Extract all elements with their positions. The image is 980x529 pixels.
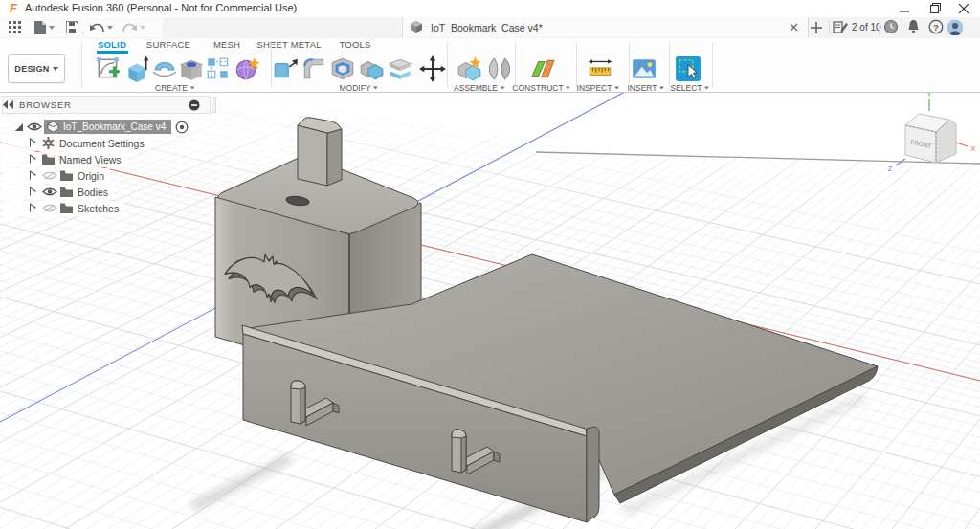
tab-surface[interactable]: SURFACE (146, 39, 190, 53)
group-label-insert[interactable]: INSERT (627, 83, 664, 93)
restore-button[interactable] (921, 0, 949, 16)
z-axis-label: Z (888, 165, 893, 173)
document-tab-title: IoT_Bookmark_Case v4* (431, 22, 543, 33)
folder-icon (42, 154, 55, 165)
divider (879, 20, 880, 34)
fusion-logo-icon: F (7, 1, 20, 15)
collapsed-arrow-icon[interactable] (31, 172, 36, 180)
visibility-eye-icon[interactable] (27, 121, 42, 132)
hole-icon[interactable] (178, 55, 205, 82)
select-icon[interactable] (675, 55, 702, 82)
browser-item-label: Origin (78, 170, 104, 182)
browser-item-sketches[interactable]: Sketches (2, 200, 222, 216)
create-sketch-icon[interactable] (95, 55, 122, 82)
insert-image-icon[interactable] (631, 55, 657, 82)
group-label-select[interactable]: SELECT (670, 83, 709, 93)
workspace-selector[interactable]: DESIGN (8, 54, 65, 83)
close-button[interactable] (949, 0, 978, 16)
tab-sheet-metal[interactable]: SHEET METAL (256, 39, 321, 53)
new-tab-icon[interactable] (810, 21, 823, 34)
gear-icon (42, 137, 55, 149)
visibility-eye-off-icon[interactable] (42, 203, 57, 213)
pattern-icon[interactable] (205, 55, 232, 82)
visibility-eye-icon[interactable] (42, 187, 57, 197)
group-label-create[interactable]: CREATE (155, 83, 195, 93)
document-cube-icon (410, 21, 423, 33)
app-grid-icon[interactable] (9, 21, 21, 33)
title-bar: F Autodesk Fusion 360 (Personal - Not fo… (0, 0, 980, 18)
avatar[interactable] (947, 19, 963, 35)
group-label-construct[interactable]: CONSTRUCT (512, 83, 570, 93)
browser-title: BROWSER (19, 99, 72, 110)
document-tab[interactable]: IoT_Bookmark_Case v4* (402, 17, 809, 37)
help-icon[interactable]: ? (928, 19, 945, 35)
minimize-button[interactable] (890, 0, 919, 16)
new-component-icon[interactable] (456, 55, 482, 82)
combine-icon[interactable] (358, 55, 385, 82)
browser-item-document-settings[interactable]: Document Settings (2, 135, 222, 151)
group-label-inspect[interactable]: INSPECT (577, 83, 620, 93)
collapsed-arrow-icon[interactable] (31, 140, 36, 147)
move-copy-icon[interactable] (419, 55, 446, 82)
svg-text:?: ? (933, 22, 939, 33)
document-limit-icon (833, 20, 848, 34)
redo-menu-caret-icon[interactable] (140, 26, 145, 30)
collapse-panel-icon[interactable] (3, 100, 13, 109)
document-limit-counter[interactable]: 2 of 10 (833, 17, 881, 37)
browser-root-row[interactable]: IoT_Bookmark_Case v4 (2, 119, 222, 135)
create-form-icon[interactable] (234, 55, 260, 82)
close-tab-icon[interactable] (788, 21, 800, 33)
press-pull-icon[interactable] (272, 55, 299, 82)
activate-radio-icon[interactable] (175, 121, 189, 134)
fillet-icon[interactable] (301, 55, 327, 82)
job-status-icon[interactable] (883, 19, 900, 35)
document-tab-bar: IoT_Bookmark_Case v4* 2 of 10 ? (0, 17, 980, 39)
construct-plane-icon[interactable] (530, 55, 557, 82)
group-label-assemble[interactable]: ASSEMBLE (454, 83, 505, 93)
divider (829, 20, 830, 34)
tab-mesh[interactable]: MESH (213, 39, 240, 53)
folder-icon (60, 203, 73, 213)
component-cube-icon (47, 121, 59, 133)
file-icon[interactable] (34, 21, 55, 34)
save-icon[interactable] (66, 21, 78, 33)
fusion360-window: FRONT TOP RIGHT Y X Z BROWSER IoT_Bookma… (0, 0, 980, 529)
browser-item-origin[interactable]: Origin (2, 167, 222, 184)
extrude-icon[interactable] (123, 55, 150, 82)
folder-icon (60, 187, 73, 197)
collapsed-arrow-icon[interactable] (31, 156, 36, 164)
browser-item-named-views[interactable]: Named Views (2, 151, 222, 167)
ribbon-toolbar: DESIGN SOLID SURFACE MESH SHEET METAL TO… (0, 38, 980, 93)
file-menu-caret-icon[interactable] (49, 26, 55, 30)
browser-item-bodies[interactable]: Bodies (2, 184, 222, 200)
folder-icon (60, 170, 73, 181)
redo-icon[interactable] (122, 22, 145, 33)
collapsed-arrow-icon[interactable] (31, 205, 36, 212)
browser-panel: BROWSER IoT_Bookmark_Case v4 Document Se… (2, 96, 222, 216)
tab-tools[interactable]: TOOLS (339, 39, 370, 53)
browser-item-label: Sketches (78, 203, 119, 214)
collapsed-arrow-icon[interactable] (31, 188, 36, 196)
workspace-caret-icon (53, 67, 58, 71)
panel-resize-handle[interactable] (212, 97, 216, 113)
x-axis-label: X (970, 144, 976, 153)
notifications-icon[interactable] (906, 19, 923, 35)
quick-access-toolbar (0, 17, 163, 37)
revolve-icon[interactable] (151, 55, 178, 82)
panel-options-icon[interactable] (189, 99, 200, 111)
browser-item-label: Bodies (78, 187, 108, 198)
browser-item-label: Document Settings (59, 138, 145, 149)
visibility-eye-off-icon[interactable] (42, 170, 57, 181)
browser-item-label: Named Views (59, 154, 122, 165)
root-component-chip[interactable]: IoT_Bookmark_Case v4 (44, 120, 171, 134)
expand-arrow-icon[interactable] (15, 123, 23, 131)
split-body-icon[interactable] (387, 55, 413, 82)
undo-menu-caret-icon[interactable] (107, 26, 113, 30)
shell-icon[interactable] (329, 55, 356, 82)
measure-icon[interactable] (587, 55, 613, 82)
joint-icon[interactable] (486, 55, 513, 82)
app-title: Autodesk Fusion 360 (Personal - Not for … (25, 2, 297, 13)
browser-header[interactable]: BROWSER (2, 96, 211, 114)
undo-icon[interactable] (90, 22, 113, 33)
group-label-modify[interactable]: MODIFY (339, 83, 378, 93)
